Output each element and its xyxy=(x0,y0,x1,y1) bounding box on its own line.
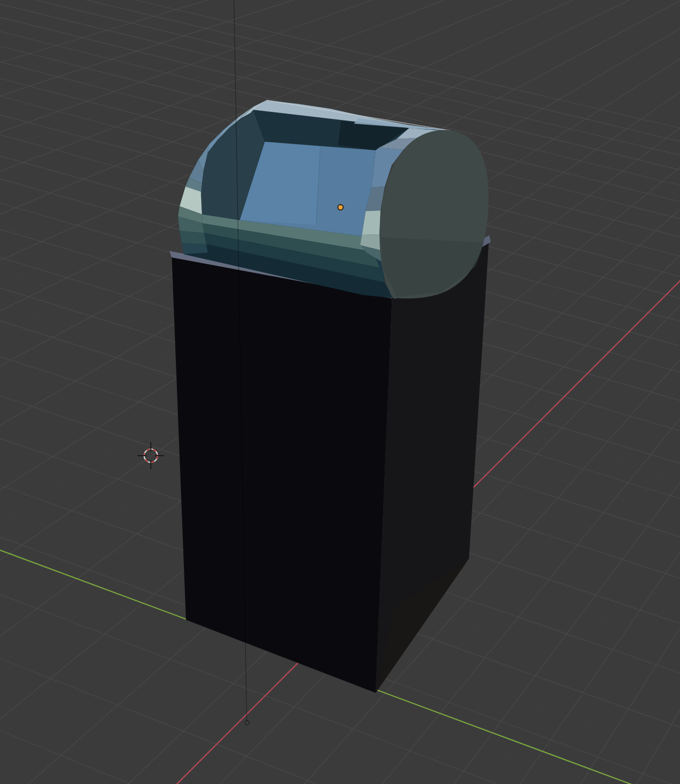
viewport-canvas[interactable] xyxy=(0,0,680,784)
blender-3d-viewport[interactable] xyxy=(0,0,680,784)
trashcan-body-front-face[interactable] xyxy=(172,252,392,693)
lid-arc-band-11 xyxy=(180,231,206,244)
lid-arc-band-12 xyxy=(182,243,208,254)
object-origin-dot[interactable] xyxy=(338,205,343,210)
